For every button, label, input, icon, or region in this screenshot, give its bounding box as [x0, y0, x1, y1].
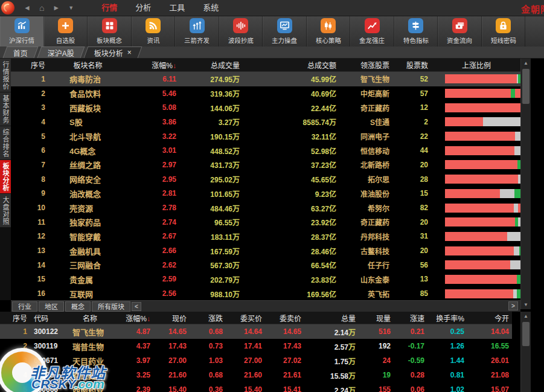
toolbar-button-短线密码[interactable]: 短线密码: [482, 16, 526, 47]
sector-col-label: 领涨股票: [360, 62, 389, 70]
cell-change: 3.01: [129, 146, 178, 155]
sector-col-header-板块名称[interactable]: 板块名称: [47, 60, 129, 70]
cell-sector-name: 贵金属: [47, 274, 129, 285]
toolbar-button-核心策略[interactable]: 核心策略: [307, 16, 351, 47]
bottom-tab-行业[interactable]: 行业: [12, 301, 37, 312]
scroll-right-button[interactable]: >: [508, 301, 518, 310]
toolbar-button-特色指标[interactable]: 特色指标: [394, 16, 438, 47]
sector-row[interactable]: 2食品饮料5.46319.36万40.69亿中炬高新57: [11, 86, 523, 101]
toolbar-button-金龙强庄[interactable]: 金龙强庄: [350, 16, 394, 47]
sector-row[interactable]: 64G概念3.01448.52万52.98亿恒信移动44: [11, 143, 523, 158]
toolbar-button-板块概念[interactable]: 板块概念: [88, 16, 132, 47]
scrollbar-thumb[interactable]: [522, 69, 530, 104]
stock-col-header-今开[interactable]: 今开: [466, 313, 511, 323]
back-icon[interactable]: ◄: [24, 0, 31, 16]
tab-label: 深沪A股: [48, 48, 74, 58]
sector-col-header-涨幅%[interactable]: 涨幅%↓: [129, 60, 178, 70]
close-icon[interactable]: ×: [127, 49, 132, 56]
tab-首页[interactable]: 首页: [3, 47, 39, 58]
cell-diff: 0.68: [188, 327, 225, 336]
sector-row[interactable]: 1病毒防治6.11274.95万45.99亿智飞生物52: [11, 72, 523, 86]
tab-板块分析[interactable]: 板块分析×: [84, 47, 142, 58]
stock-col-header-涨速[interactable]: 涨速: [392, 313, 426, 323]
stock-col-header-现量[interactable]: 现量: [357, 313, 392, 323]
bottom-tab-概念[interactable]: 概念: [65, 301, 91, 312]
sector-row[interactable]: 14三网融合2.62567.30万66.54亿任子行56: [11, 258, 523, 272]
sector-scrollbar[interactable]: ▲ ▼: [520, 59, 531, 309]
menu-item-分析[interactable]: 分析: [126, 0, 160, 16]
sector-row[interactable]: 3西藏板块5.08144.06万22.44亿奇正藏药12: [11, 100, 523, 115]
scroll-down-icon[interactable]: ▼: [521, 300, 531, 309]
stock-col-header-名称[interactable]: 名称: [66, 313, 114, 323]
menu-item-行情[interactable]: 行情: [92, 0, 126, 16]
cell-amount: 28.46亿: [242, 246, 338, 256]
stock-scrollbar[interactable]: ▲: [520, 312, 531, 392]
sector-row[interactable]: 4S股3.863.27万8585.74万S佳通2: [11, 115, 523, 129]
sector-row[interactable]: 13金融机具2.66167.59万28.46亿古鳌科技20: [11, 243, 523, 258]
toolbar-button-主力操盘[interactable]: 主力操盘: [263, 16, 307, 47]
toolbar-button-波段抄底[interactable]: 波段抄底: [219, 16, 263, 47]
sidebar-item-大盘对照[interactable]: 大盘对照: [0, 194, 11, 228]
toolbar-button-资金流向[interactable]: 资金流向: [438, 16, 482, 47]
bottom-tab-地区[interactable]: 地区: [39, 301, 64, 312]
stock-col-header-序号[interactable]: 序号: [0, 313, 29, 323]
cell-speed: -0.59: [392, 356, 426, 365]
sector-col-header-股票数[interactable]: 股票数: [391, 60, 430, 70]
home-icon[interactable]: ⌂: [39, 0, 44, 16]
sector-col-header-领涨股票[interactable]: 领涨股票: [338, 60, 391, 70]
stock-col-header-总量[interactable]: 总量: [303, 313, 357, 323]
stock-col-header-委卖价[interactable]: 委卖价: [264, 313, 303, 323]
scroll-up-icon[interactable]: ▲: [521, 59, 531, 68]
bottom-tab-所有版块[interactable]: 所有版块: [92, 301, 130, 312]
cell-amount: 63.27亿: [242, 203, 338, 213]
sector-row[interactable]: 11独家药品2.7496.55万23.92亿奇正藏药20: [11, 215, 523, 230]
menu-item-系统[interactable]: 系统: [194, 0, 228, 16]
cell-amount: 52.98亿: [242, 146, 338, 156]
bar-segment: [511, 89, 516, 98]
sidebar-item-基本财务[interactable]: 基本财务: [0, 92, 11, 126]
tab-深沪A股[interactable]: 深沪A股: [37, 47, 85, 58]
sector-row[interactable]: 5北斗导航3.22190.15万32.11亿同洲电子22: [11, 129, 523, 144]
cell-volume: 190.15万: [178, 131, 242, 141]
menu-item-工具[interactable]: 工具: [160, 0, 194, 16]
stock-col-header-现价[interactable]: 现价: [152, 313, 188, 323]
stock-col-header-涨跌[interactable]: 涨跌: [188, 313, 225, 323]
sidebar-item-板块分析[interactable]: 板块分析: [0, 160, 11, 194]
sector-row[interactable]: 7丝绸之路2.97431.73万37.23亿北新路桥20: [11, 158, 523, 172]
toolbar-button-三箭齐发[interactable]: 三箭齐发: [175, 16, 219, 47]
sidebar-item-行情报价[interactable]: 行情报价: [0, 59, 11, 92]
scroll-up-icon[interactable]: ▲: [521, 312, 531, 321]
bar-segment: [445, 204, 514, 213]
sector-col-header-上涨比例[interactable]: 上涨比例: [430, 60, 523, 70]
sector-row[interactable]: 16互联网2.56988.10万169.56亿英飞拓85: [11, 286, 523, 300]
sector-row[interactable]: 8网络安全2.95295.02万45.65亿拓尔思28: [11, 172, 523, 187]
nav-dropdown-icon[interactable]: ▼: [68, 0, 74, 16]
stock-col-header-涨幅%[interactable]: 涨幅%↓: [114, 313, 152, 323]
brand-label: 金朝阳: [521, 2, 544, 15]
sidebar-item-综合排名[interactable]: 综合排名: [0, 126, 11, 160]
scroll-left-button[interactable]: <: [132, 302, 141, 311]
app-logo-icon[interactable]: [1, 1, 14, 14]
toolbar-button-自选股[interactable]: 自选股: [44, 16, 88, 47]
sector-row[interactable]: 15贵金属2.59202.79万23.83亿山东金泰13: [11, 272, 523, 287]
sector-row[interactable]: 10壳资源2.78484.46万63.27亿希努尔82: [11, 201, 523, 215]
stock-row[interactable]: 1300122智飞生物4.8714.650.6814.6414.652.14万5…: [0, 324, 512, 339]
cell-count: 56: [391, 261, 430, 269]
sector-row[interactable]: 12智能穿戴2.67183.11万28.37亿丹邦科技31: [11, 230, 523, 244]
sector-row[interactable]: 9油改概念2.81101.65万9.23亿准油股份15: [11, 187, 523, 201]
tab-label: 首页: [13, 48, 28, 58]
sector-col-header-总成交额[interactable]: 总成交额: [242, 60, 338, 70]
stock-col-header-换手率%[interactable]: 换手率%: [426, 313, 466, 323]
cell-total-volume: 2.57万: [303, 341, 357, 352]
sector-col-header-总成交量[interactable]: 总成交量: [178, 60, 242, 70]
sector-col-header-序号[interactable]: 序号: [11, 60, 47, 70]
toolbar-button-沪深行情[interactable]: 沪深行情: [0, 16, 44, 47]
stock-col-label: 涨幅%: [126, 315, 147, 323]
stock-col-header-委买价[interactable]: 委买价: [225, 313, 264, 323]
cell-sector-name: 独家药品: [47, 216, 129, 228]
cell-count: 15: [391, 189, 430, 198]
stock-col-header-代码[interactable]: 代码: [29, 313, 66, 323]
scrollbar-thumb[interactable]: [522, 322, 530, 346]
forward-icon[interactable]: ►: [53, 0, 60, 16]
toolbar-button-资讯[interactable]: 资讯: [132, 16, 176, 47]
